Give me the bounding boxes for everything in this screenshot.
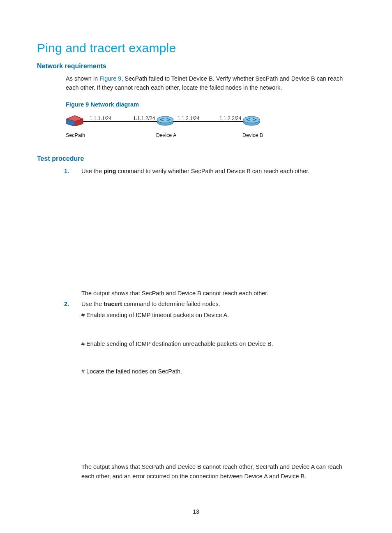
- intro-text-pre: As shown in: [66, 75, 99, 82]
- output-placeholder: [37, 376, 355, 462]
- figure-9-link[interactable]: Figure 9: [99, 75, 121, 82]
- command-tracert: tracert: [104, 301, 122, 307]
- figure-caption: Figure 9 Network diagram: [66, 100, 355, 109]
- step-1: Use the ping command to verify whether S…: [62, 167, 355, 176]
- output-placeholder: [37, 349, 355, 367]
- output-placeholder: [37, 178, 355, 289]
- step-text-post: command to verify whether SecPath and De…: [116, 168, 310, 174]
- node-secpath: SecPath: [66, 115, 84, 139]
- step-2-tail: The output shows that SecPath and Device…: [81, 462, 355, 481]
- output-placeholder: [37, 321, 355, 339]
- page-title: Ping and tracert example: [37, 41, 355, 55]
- svg-point-4: [157, 116, 173, 123]
- heading-network-requirements: Network requirements: [37, 63, 355, 70]
- svg-point-6: [243, 116, 260, 123]
- step-2-sub3: # Locate the failed nodes on SecPath.: [81, 367, 355, 376]
- node-device-a: Device A: [156, 115, 174, 139]
- node-device-b: Device B: [242, 115, 261, 139]
- ip-label: 1.1.2.1/24: [178, 115, 199, 123]
- node-label: Device A: [156, 132, 174, 139]
- ip-label: 1.1.2.2/24: [219, 115, 241, 123]
- network-requirements-body: As shown in Figure 9, SecPath failed to …: [66, 74, 355, 144]
- network-diagram: SecPath Device A Device B: [66, 112, 279, 144]
- firewall-icon: [66, 115, 84, 126]
- step-text-post: command to determine failed nodes.: [122, 301, 220, 307]
- node-label: SecPath: [66, 132, 84, 139]
- step-text-pre: Use the: [81, 168, 104, 174]
- step-2-sub2: # Enable sending of ICMP destination unr…: [81, 339, 355, 348]
- procedure-list-cont: Use the tracert command to determine fai…: [62, 299, 355, 320]
- step-1-tail: The output shows that SecPath and Device…: [81, 289, 355, 298]
- ip-label: 1.1.1.2/24: [133, 115, 155, 123]
- step-2: Use the tracert command to determine fai…: [62, 299, 355, 320]
- ip-label: 1.1.1.1/24: [90, 115, 111, 123]
- router-icon: [242, 115, 261, 126]
- document-page: Ping and tracert example Network require…: [0, 0, 392, 533]
- procedure-list: Use the ping command to verify whether S…: [62, 167, 355, 176]
- node-label: Device B: [242, 132, 261, 139]
- heading-test-procedure: Test procedure: [37, 155, 355, 162]
- intro-paragraph: As shown in Figure 9, SecPath failed to …: [66, 74, 355, 93]
- page-number: 13: [0, 508, 392, 515]
- step-2-sub1: # Enable sending of ICMP timeout packets…: [81, 311, 355, 320]
- router-icon: [156, 115, 174, 126]
- step-text-pre: Use the: [81, 301, 104, 307]
- command-ping: ping: [104, 168, 116, 174]
